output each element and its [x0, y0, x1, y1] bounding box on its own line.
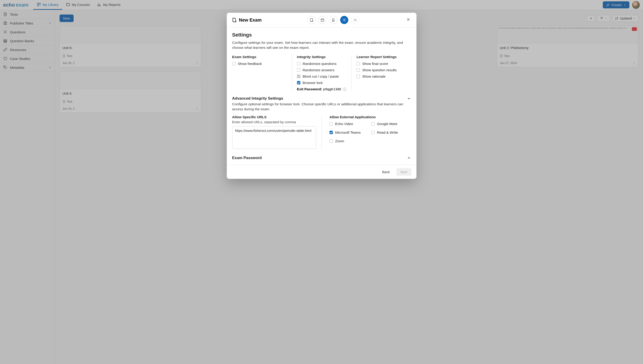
next-button[interactable]: Next	[396, 168, 411, 176]
app-google-meet-checkbox[interactable]: Google Meet	[371, 122, 411, 126]
back-button[interactable]: Back	[378, 168, 394, 176]
allow-apps-heading: Allow External Applications	[329, 115, 411, 119]
show-feedback-checkbox[interactable]: Show feedback	[232, 62, 287, 66]
users-icon	[353, 18, 357, 22]
medal-icon	[331, 18, 335, 22]
integrity-settings-heading: Integrity Settings	[297, 55, 346, 59]
svg-point-16	[332, 18, 334, 20]
gear-icon	[342, 18, 346, 22]
block-ccp-checkbox[interactable]: Block cut / copy / paste	[297, 74, 346, 78]
allow-urls-hint: Enter allowed URLs, separated by comma	[232, 120, 316, 124]
randomize-answers-checkbox[interactable]: Randomize answers	[297, 68, 346, 72]
exam-icon	[232, 18, 237, 22]
exam-settings-heading: Exam Settings	[232, 55, 287, 59]
app-read-write-checkbox[interactable]: Read & Write	[371, 130, 411, 134]
exam-password-toggle[interactable]: Exam Password	[232, 156, 411, 160]
calendar-icon	[320, 18, 324, 22]
allow-urls-heading: Allow Specific URLS	[232, 115, 316, 119]
settings-description: Configure settings for your exam. Set ho…	[232, 40, 411, 50]
exit-password-value: p9qgK13i8t	[323, 87, 341, 91]
app-zoom-checkbox[interactable]: Zoom	[329, 139, 369, 143]
chevron-up-icon	[407, 156, 411, 160]
svg-point-14	[312, 21, 313, 21]
svg-rect-13	[310, 18, 313, 22]
step-settings[interactable]	[340, 16, 348, 24]
modal-title: New Exam	[232, 18, 262, 23]
show-question-results-checkbox[interactable]: Show question results	[356, 68, 406, 72]
app-echo-video-checkbox[interactable]: Echo Video	[329, 122, 369, 126]
svg-point-17	[344, 20, 345, 21]
close-button[interactable]	[405, 16, 411, 24]
page-icon	[309, 18, 314, 22]
show-final-score-checkbox[interactable]: Show final score	[356, 62, 406, 66]
modal-overlay: New Exam Settings Configure settings for…	[0, 0, 643, 364]
step-details[interactable]	[307, 16, 316, 24]
advanced-integrity-toggle[interactable]: Advanced Integrity Settings	[232, 96, 411, 101]
show-rationale-checkbox[interactable]: Show rationale	[356, 74, 406, 78]
close-icon	[406, 17, 410, 22]
new-exam-modal: New Exam Settings Configure settings for…	[227, 13, 416, 179]
info-icon[interactable]: i	[343, 88, 346, 91]
app-ms-teams-checkbox[interactable]: Microsoft Teams	[329, 130, 369, 134]
browser-lock-checkbox[interactable]: Browser lock	[297, 81, 346, 85]
svg-rect-15	[321, 19, 324, 22]
randomize-questions-checkbox[interactable]: Randomize questions	[297, 62, 346, 66]
advanced-integrity-description: Configure optional settings for browser …	[232, 102, 411, 112]
wizard-steps	[307, 16, 359, 24]
svg-point-18	[354, 19, 355, 20]
step-badge[interactable]	[329, 16, 337, 24]
settings-heading: Settings	[232, 32, 411, 38]
exit-password-row: Exit Password: p9qgK13i8t i	[297, 87, 346, 91]
chevron-down-icon	[407, 96, 411, 100]
allowed-urls-textarea[interactable]	[232, 126, 316, 149]
step-schedule[interactable]	[318, 16, 326, 24]
step-assign[interactable]	[351, 16, 359, 24]
svg-point-19	[356, 19, 356, 20]
learner-report-heading: Learner Report Settings	[356, 55, 406, 59]
